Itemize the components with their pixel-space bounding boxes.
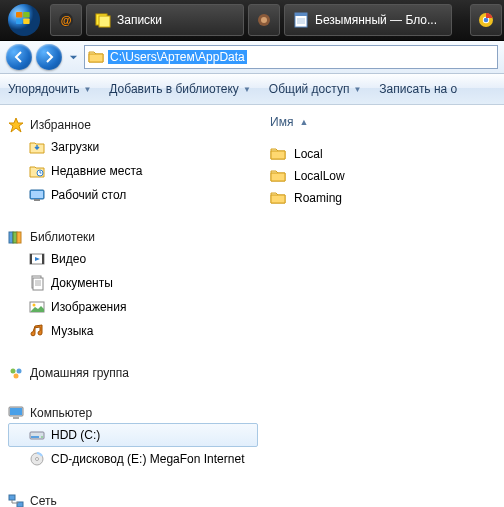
at-icon: @: [58, 12, 74, 28]
taskbar-app-2[interactable]: [248, 4, 280, 36]
nav-label: CD-дисковод (E:) MegaFon Internet: [51, 452, 244, 466]
documents-icon: [29, 275, 45, 291]
svg-rect-43: [31, 436, 39, 438]
notepad-icon: [293, 12, 309, 28]
chevron-down-icon: ▼: [83, 85, 91, 94]
sort-arrow-icon: ▲: [299, 117, 308, 127]
svg-rect-1: [16, 12, 22, 18]
svg-rect-25: [17, 232, 21, 243]
chevron-down-icon: ▼: [353, 85, 361, 94]
sidebar-item-pictures[interactable]: Изображения: [8, 295, 258, 319]
sidebar-item-hdd[interactable]: HDD (C:): [8, 423, 258, 447]
taskbar-app-notepad[interactable]: Безымянный — Бло...: [284, 4, 452, 36]
video-icon: [29, 251, 45, 267]
back-button[interactable]: [6, 44, 32, 70]
svg-rect-28: [42, 254, 44, 264]
nav-label: Рабочий стол: [51, 188, 126, 202]
pictures-icon: [29, 299, 45, 315]
taskbar-app-chrome[interactable]: [470, 4, 502, 36]
navigation-pane: Избранное Загрузки Недавние места Рабочи…: [0, 105, 258, 507]
sidebar-item-desktop[interactable]: Рабочий стол: [8, 183, 258, 207]
nav-label: HDD (C:): [51, 428, 100, 442]
desktop-icon: [29, 187, 45, 203]
taskbar-label: Записки: [117, 13, 162, 27]
drive-icon: [29, 427, 45, 443]
homegroup-header[interactable]: Домашняя группа: [8, 363, 258, 383]
nav-label: Музыка: [51, 324, 93, 338]
folder-icon: [270, 190, 286, 206]
favorites-header[interactable]: Избранное: [8, 115, 258, 135]
downloads-icon: [29, 139, 45, 155]
svg-point-36: [11, 369, 16, 374]
column-header-name[interactable]: Имя▲: [270, 111, 504, 133]
svg-rect-30: [33, 278, 43, 290]
svg-rect-22: [34, 199, 40, 201]
homegroup-icon: [8, 365, 24, 381]
taskbar-app-1[interactable]: @: [50, 4, 82, 36]
svg-point-44: [41, 436, 43, 438]
nav-label: Видео: [51, 252, 86, 266]
chrome-icon: [478, 12, 494, 28]
forward-button[interactable]: [36, 44, 62, 70]
recent-icon: [29, 163, 45, 179]
chevron-down-icon: ▼: [243, 85, 251, 94]
sidebar-item-recent[interactable]: Недавние места: [8, 159, 258, 183]
nav-label: Компьютер: [30, 406, 92, 420]
svg-text:@: @: [61, 14, 72, 26]
svg-point-37: [17, 369, 22, 374]
folder-item[interactable]: Local: [270, 143, 504, 165]
folder-icon: [270, 146, 286, 162]
folder-item[interactable]: LocalLow: [270, 165, 504, 187]
svg-rect-4: [23, 18, 29, 24]
nav-label: Библиотеки: [30, 230, 95, 244]
nav-label: Изображения: [51, 300, 126, 314]
libraries-header[interactable]: Библиотеки: [8, 227, 258, 247]
computer-header[interactable]: Компьютер: [8, 403, 258, 423]
folder-icon: [270, 168, 286, 184]
folder-item[interactable]: Roaming: [270, 187, 504, 209]
svg-rect-27: [30, 254, 32, 264]
svg-rect-2: [23, 12, 29, 18]
svg-rect-21: [31, 191, 43, 198]
app-icon: [256, 12, 272, 28]
folder-name: Local: [294, 147, 323, 161]
nav-label: Документы: [51, 276, 113, 290]
sidebar-item-videos[interactable]: Видео: [8, 247, 258, 271]
include-library-button[interactable]: Добавить в библиотеку▼: [109, 82, 250, 96]
burn-button[interactable]: Записать на о: [379, 82, 457, 96]
nav-label: Избранное: [30, 118, 91, 132]
taskbar-app-notes[interactable]: Записки: [86, 4, 244, 36]
address-path: C:\Users\Артем\AppData: [108, 50, 247, 64]
folder-icon: [88, 49, 104, 65]
svg-rect-40: [10, 408, 22, 415]
nav-label: Домашняя группа: [30, 366, 129, 380]
sidebar-item-downloads[interactable]: Загрузки: [8, 135, 258, 159]
svg-point-10: [261, 17, 267, 23]
svg-rect-12: [295, 13, 307, 16]
folder-name: LocalLow: [294, 169, 345, 183]
sidebar-item-cd[interactable]: CD-дисковод (E:) MegaFon Internet: [8, 447, 258, 471]
taskbar: @ Записки Безымянный — Бло...: [0, 0, 504, 41]
sidebar-item-documents[interactable]: Документы: [8, 271, 258, 295]
address-bar[interactable]: C:\Users\Артем\AppData: [84, 45, 498, 69]
navigation-bar: C:\Users\Артем\AppData: [0, 41, 504, 74]
organize-button[interactable]: Упорядочить▼: [8, 82, 91, 96]
explorer-toolbar: Упорядочить▼ Добавить в библиотеку▼ Общи…: [0, 74, 504, 105]
svg-point-46: [36, 458, 39, 461]
computer-icon: [8, 405, 24, 421]
cd-icon: [29, 451, 45, 467]
network-header[interactable]: Сеть: [8, 491, 258, 507]
svg-rect-8: [99, 16, 110, 27]
svg-rect-41: [13, 417, 19, 419]
libraries-icon: [8, 229, 24, 245]
history-dropdown[interactable]: [66, 44, 80, 70]
svg-point-35: [33, 304, 36, 307]
share-button[interactable]: Общий доступ▼: [269, 82, 362, 96]
nav-label: Загрузки: [51, 140, 99, 154]
svg-rect-24: [13, 232, 17, 243]
taskbar-label: Безымянный — Бло...: [315, 13, 437, 27]
sidebar-item-music[interactable]: Музыка: [8, 319, 258, 343]
start-button[interactable]: [0, 0, 48, 40]
main-area: Избранное Загрузки Недавние места Рабочи…: [0, 105, 504, 507]
svg-point-38: [14, 374, 19, 379]
